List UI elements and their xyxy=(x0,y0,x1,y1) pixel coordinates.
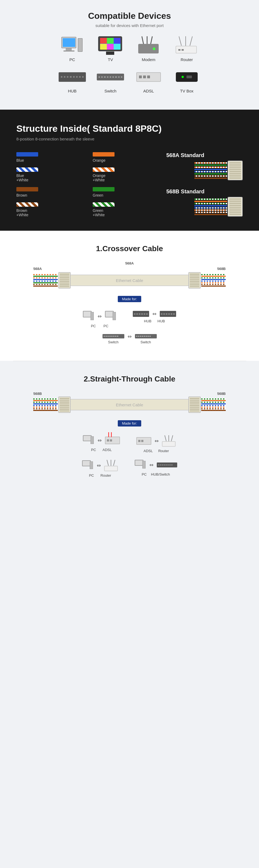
color-label-blue-white: Blue+White xyxy=(17,174,85,182)
crossover-title: 1.Crossover Cable xyxy=(17,244,242,253)
pair-arrow-pc-router: ⇔ xyxy=(97,463,101,468)
pair-arrow-pc-hubswitch: ⇔ xyxy=(150,462,154,468)
color-label-orange-white: Orange+White xyxy=(93,174,161,182)
color-label-green-white: Green+White xyxy=(93,208,161,217)
pair-adsl-router-router-label: Router xyxy=(158,449,169,453)
crossover-section: 1.Crossover Cable 568A 568A 568B xyxy=(0,231,259,361)
color-bar-brown-white xyxy=(17,203,38,207)
color-bar-brown xyxy=(17,187,38,191)
pair-switch1-icon xyxy=(102,334,124,338)
device-adsl: ADSL xyxy=(129,67,168,93)
device-tv: TV xyxy=(91,36,129,62)
color-bar-orange-white xyxy=(93,167,115,172)
color-brown-white: Brown+White xyxy=(17,203,85,217)
device-pc: PC xyxy=(53,36,91,62)
crossover-right-label: 568B xyxy=(217,267,226,271)
color-label-brown: Brown xyxy=(17,193,85,197)
pair-pc2-label: PC xyxy=(104,324,108,328)
straight-right-plug xyxy=(188,397,226,413)
pair-pc-router-pc-label: PC xyxy=(89,473,94,477)
standard-568a-title: 568A Standard xyxy=(166,152,204,158)
pair-adsl1-icon xyxy=(105,437,120,444)
switch-icon xyxy=(97,67,124,87)
pair-pc-router: ⇔ PC Router xyxy=(82,460,118,477)
pair-hub2-label: HUB xyxy=(158,319,165,323)
pair-straight-pc1-icon xyxy=(83,435,94,445)
device-tv-label: TV xyxy=(108,57,113,62)
color-orange-white: Orange+White xyxy=(93,167,161,182)
pair-hub-hub: ⇔ HUB HUB xyxy=(133,311,176,328)
straight-cable-row: Ethernet Cable xyxy=(33,397,226,413)
cable-body-label: Ethernet Cable xyxy=(116,278,143,283)
straight-right-label: 568B xyxy=(217,392,226,396)
crossover-right-plug xyxy=(188,272,226,288)
color-green: Green xyxy=(93,187,161,197)
pair-pc-adsl-pc-label: PC xyxy=(91,448,96,452)
pair-pc-hubswitch-pc-label: PC xyxy=(142,472,147,476)
pair-hub1-icon xyxy=(133,311,149,317)
color-bar-green-white xyxy=(93,203,115,207)
compatible-devices-section: Compatible Devices suitable for devices … xyxy=(0,0,259,110)
pair-adsl-router-adsl-label: ADSL xyxy=(144,449,153,453)
color-bar-orange xyxy=(93,152,115,157)
pair-pc1-icon xyxy=(83,311,94,322)
crossover-left-plug xyxy=(33,272,71,288)
device-pc-label: PC xyxy=(69,57,75,62)
pair-pc1-label: PC xyxy=(91,324,96,328)
crossover-left-label: 568A xyxy=(125,261,134,265)
device-modem: Modem xyxy=(129,36,168,62)
straight-made-for-badge: Made for: xyxy=(17,417,242,430)
section1-title: Compatible Devices xyxy=(17,11,242,21)
pair-pc-adsl: ⇔ PC ADSL xyxy=(83,435,120,453)
wire-colors-grid: Blue Orange Blue+White Orange+White Brow… xyxy=(17,152,161,217)
pair-arrow-adsl-router: ⇔ xyxy=(155,438,159,444)
made-for-label: Made for: xyxy=(118,296,141,302)
device-router-label: Router xyxy=(181,57,193,62)
pair-switch2-label: Switch xyxy=(140,340,151,344)
pair-hubswitch-icon xyxy=(157,463,177,467)
straight-cable-label: Ethernet Cable xyxy=(116,403,143,407)
straight-pairs-row2: ⇔ PC Router ⇔ xyxy=(17,460,242,477)
straight-pairs-row1: ⇔ PC ADSL ⇔ xyxy=(17,435,242,453)
pair-switch1-label: Switch xyxy=(108,340,118,344)
device-tvbox-label: TV Box xyxy=(180,89,193,93)
straight-left-label: 568B xyxy=(33,392,42,396)
pair-straight-pc3-icon xyxy=(82,460,94,471)
color-bar-blue xyxy=(17,152,38,157)
straight-cable-body: Ethernet Cable xyxy=(71,399,188,410)
straight-made-for-label: Made for: xyxy=(118,420,141,427)
color-label-brown-white: Brown+White xyxy=(17,208,85,217)
device-switch: Switch xyxy=(91,67,129,93)
standard-568a-block: 568A Standard xyxy=(166,152,242,180)
pair-arrow-hub-hub: ⇔ xyxy=(152,311,157,317)
pair-arrow-pc-adsl: ⇔ xyxy=(98,437,102,443)
pair-adsl2-icon xyxy=(136,437,151,445)
hub-icon xyxy=(59,67,86,87)
color-blue-white: Blue+White xyxy=(17,167,85,182)
pair-adsl-router: ⇔ ADSL Router xyxy=(136,435,176,453)
devices-row-1: PC xyxy=(17,36,242,62)
color-label-orange: Orange xyxy=(93,158,161,162)
pair-pc-adsl-adsl-label: ADSL xyxy=(102,448,112,452)
color-green-white: Green+White xyxy=(93,203,161,217)
device-hub: HUB xyxy=(53,67,91,93)
pair-straight-pc4-icon xyxy=(135,460,146,470)
tvbox-icon xyxy=(173,67,200,87)
color-label-green: Green xyxy=(93,193,161,197)
color-blue: Blue xyxy=(17,152,85,162)
pair-hub2-icon xyxy=(160,311,176,317)
device-router: Router xyxy=(168,36,206,62)
pair-arrow-pc-pc: ⇔ xyxy=(98,313,102,319)
pair-pc-hubswitch: ⇔ PC HUB/Switch xyxy=(135,460,177,477)
device-tvbox: TV Box xyxy=(168,67,206,93)
straight-title: 2.Straight-Through Cable xyxy=(17,375,242,383)
modem-icon xyxy=(135,36,162,55)
tv-icon xyxy=(97,36,124,55)
pair-switch2-icon xyxy=(135,334,157,338)
pair-router2-icon xyxy=(104,460,118,471)
structure-content: Blue Orange Blue+White Orange+White Brow… xyxy=(17,152,242,217)
pair-pc-router-router-label: Router xyxy=(101,473,111,477)
adsl-icon xyxy=(135,67,162,87)
structure-section: Structure Inside( Standard 8P8C) 8-posit… xyxy=(0,110,259,231)
crossover-made-for-badge: Made for: xyxy=(17,292,242,305)
